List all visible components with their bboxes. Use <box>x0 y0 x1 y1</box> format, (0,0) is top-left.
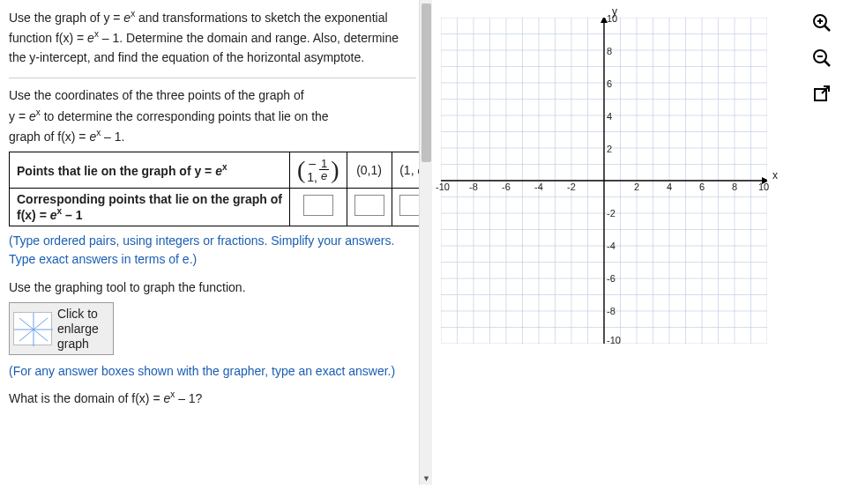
svg-line-49 <box>824 26 830 31</box>
xtick: -6 <box>502 182 511 192</box>
xtick: -10 <box>436 182 450 192</box>
scrollbar-thumb[interactable] <box>422 4 431 162</box>
coordinate-plane[interactable]: y x -10 -8 -6 -4 -2 2 4 6 8 10 10 8 6 4 … <box>441 18 767 344</box>
ytick: 2 <box>607 144 612 154</box>
ytick: -8 <box>607 306 615 316</box>
popout-icon <box>813 85 831 102</box>
xtick: 8 <box>732 182 737 192</box>
point-2: (0,1) <box>347 152 392 188</box>
xtick: 10 <box>758 182 769 192</box>
ytick: 4 <box>607 111 612 122</box>
answer-input-2[interactable] <box>354 195 384 216</box>
row1-header: Points that lie on the graph of y = ex <box>10 152 290 188</box>
zoom-in-button[interactable] <box>809 11 834 35</box>
point-1: ( – 1, 1e ) <box>290 152 347 188</box>
points-table: Points that lie on the graph of y = ex (… <box>9 152 423 226</box>
use-tool-text: Use the graphing tool to graph the funct… <box>9 278 416 297</box>
enlarge-graph-button[interactable]: Click to enlarge graph <box>9 302 114 355</box>
answer-input-1[interactable] <box>303 195 333 216</box>
xtick: -2 <box>567 182 576 192</box>
scrollbar[interactable]: ▲ ▼ <box>419 0 432 485</box>
xtick: 6 <box>699 182 705 192</box>
instruction-text: Use the coordinates of the three points … <box>9 85 416 145</box>
enlarge-graph-label: Click to enlarge graph <box>57 307 99 351</box>
xtick: 2 <box>634 182 639 192</box>
ytick: 8 <box>607 46 612 56</box>
ytick: -10 <box>607 335 621 345</box>
ytick: -4 <box>607 241 615 251</box>
row2-header: Corresponding points that lie on the gra… <box>10 188 290 226</box>
popout-button[interactable] <box>809 81 834 106</box>
ytick: -2 <box>607 208 615 219</box>
xtick: -8 <box>469 182 478 192</box>
divider <box>9 78 416 78</box>
ytick: 6 <box>607 78 612 89</box>
grapher-note: (For any answer boxes shown with the gra… <box>9 362 416 381</box>
zoom-out-icon <box>812 48 832 68</box>
zoom-in-icon <box>812 13 832 33</box>
svg-line-53 <box>824 61 830 66</box>
scroll-down-icon[interactable]: ▼ <box>420 471 433 485</box>
xtick: -4 <box>534 182 543 192</box>
problem-intro: Use the graph of y = ex and transformati… <box>9 7 416 74</box>
graph-thumbnail-icon <box>13 312 52 345</box>
x-axis-label: x <box>772 169 778 182</box>
format-hint: (Type ordered pairs, using integers or f… <box>9 232 416 269</box>
domain-question: What is the domain of f(x) = ex – 1? <box>9 389 416 405</box>
ytick: -6 <box>607 273 615 284</box>
zoom-out-button[interactable] <box>809 46 834 70</box>
xtick: 4 <box>667 182 672 192</box>
ytick: 10 <box>607 13 617 24</box>
